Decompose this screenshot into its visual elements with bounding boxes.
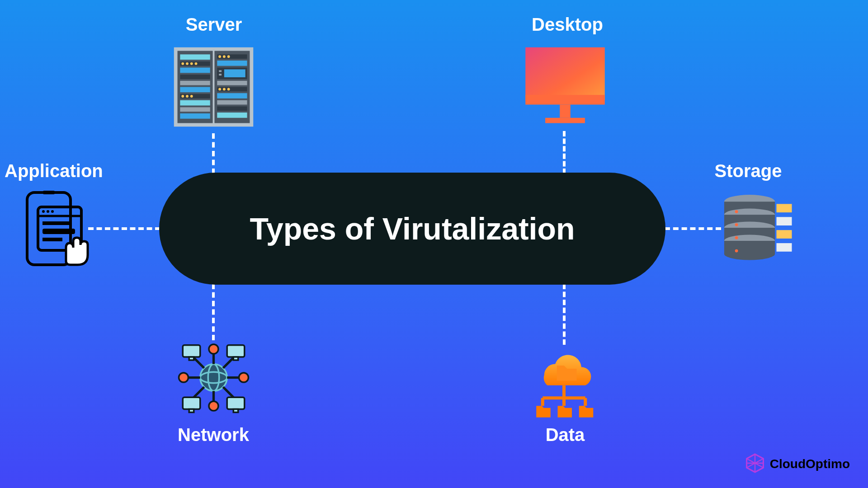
center-pill: Types of Virutalization <box>159 173 665 285</box>
svg-point-61 <box>735 210 738 213</box>
svg-rect-40 <box>560 105 570 118</box>
label-desktop: Desktop <box>529 14 606 35</box>
label-application: Application <box>5 161 102 181</box>
svg-rect-27 <box>219 70 222 72</box>
svg-rect-34 <box>217 93 247 99</box>
label-network: Network <box>175 425 252 445</box>
brand-logo-icon <box>745 453 765 475</box>
svg-rect-68 <box>777 243 792 252</box>
svg-point-6 <box>186 62 189 65</box>
svg-rect-29 <box>217 81 247 85</box>
svg-point-14 <box>181 95 184 98</box>
svg-rect-51 <box>42 238 62 241</box>
svg-rect-49 <box>42 221 70 225</box>
svg-point-64 <box>735 249 738 253</box>
svg-rect-89 <box>183 397 200 409</box>
connector-data <box>563 284 566 345</box>
svg-rect-24 <box>217 61 247 66</box>
svg-rect-85 <box>183 345 200 357</box>
center-title: Types of Virutalization <box>250 211 575 246</box>
svg-point-8 <box>195 62 198 65</box>
svg-rect-11 <box>180 81 210 85</box>
connector-storage <box>665 227 721 230</box>
svg-rect-90 <box>189 409 194 413</box>
svg-line-80 <box>223 387 235 399</box>
storage-icon <box>719 190 796 269</box>
svg-rect-20 <box>217 54 247 59</box>
svg-rect-26 <box>224 70 245 78</box>
svg-rect-92 <box>233 409 238 413</box>
svg-line-77 <box>193 357 204 368</box>
svg-rect-43 <box>42 191 55 194</box>
svg-rect-66 <box>777 217 792 225</box>
data-icon <box>524 343 604 422</box>
network-icon <box>174 338 253 417</box>
svg-rect-17 <box>180 100 210 106</box>
svg-rect-10 <box>180 75 210 79</box>
svg-point-60 <box>724 248 775 260</box>
connector-desktop <box>563 131 566 174</box>
svg-point-48 <box>51 210 54 213</box>
svg-rect-28 <box>219 74 222 75</box>
svg-rect-39 <box>525 95 605 104</box>
svg-rect-37 <box>217 113 247 118</box>
svg-rect-12 <box>180 87 210 93</box>
svg-point-32 <box>223 88 226 90</box>
svg-point-84 <box>239 373 249 382</box>
svg-rect-35 <box>217 100 247 105</box>
connector-network <box>212 284 215 340</box>
svg-point-21 <box>218 55 221 58</box>
svg-rect-13 <box>180 94 210 99</box>
application-icon <box>18 189 90 270</box>
connector-server <box>212 133 215 174</box>
svg-point-33 <box>227 88 230 90</box>
svg-rect-30 <box>217 87 247 92</box>
svg-rect-38 <box>525 47 605 100</box>
svg-point-5 <box>181 62 184 65</box>
svg-rect-19 <box>180 113 210 119</box>
svg-rect-88 <box>233 357 238 360</box>
svg-point-81 <box>209 344 218 354</box>
svg-point-23 <box>227 55 230 58</box>
label-data: Data <box>542 425 588 445</box>
svg-rect-3 <box>180 54 210 60</box>
svg-rect-36 <box>217 106 247 111</box>
svg-rect-67 <box>777 230 792 239</box>
svg-rect-9 <box>180 68 210 73</box>
svg-point-47 <box>47 210 49 213</box>
svg-rect-41 <box>545 118 585 123</box>
svg-point-15 <box>186 95 189 98</box>
svg-line-79 <box>193 387 204 399</box>
brand: CloudOptimo <box>745 453 850 475</box>
svg-point-83 <box>179 373 189 382</box>
svg-point-22 <box>223 55 226 58</box>
svg-point-16 <box>190 95 193 98</box>
connector-application <box>88 227 160 230</box>
svg-point-63 <box>735 236 738 239</box>
desktop-icon <box>520 43 610 131</box>
svg-rect-86 <box>189 357 194 360</box>
svg-point-82 <box>209 401 218 411</box>
svg-line-78 <box>223 357 235 368</box>
svg-rect-87 <box>227 345 245 357</box>
server-icon <box>170 43 258 131</box>
brand-name: CloudOptimo <box>770 457 850 471</box>
svg-point-46 <box>42 210 45 213</box>
label-server: Server <box>180 14 248 35</box>
label-storage: Storage <box>710 161 787 181</box>
svg-rect-65 <box>777 204 792 212</box>
svg-point-31 <box>218 88 221 90</box>
svg-rect-18 <box>180 107 210 112</box>
svg-point-62 <box>735 223 738 226</box>
svg-point-7 <box>190 62 193 65</box>
svg-rect-50 <box>42 229 75 234</box>
svg-rect-91 <box>227 397 245 409</box>
